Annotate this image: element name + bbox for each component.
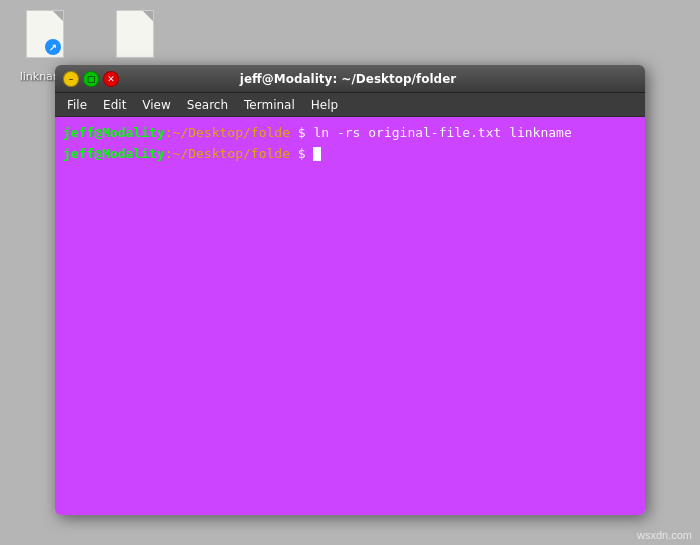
cursor [313, 147, 321, 161]
menu-file[interactable]: File [59, 96, 95, 114]
menu-search[interactable]: Search [179, 96, 236, 114]
original-file-icon-image [111, 10, 159, 66]
terminal-title: jeff@Modality: ~/Desktop/folder [119, 72, 577, 86]
terminal-window: – □ ✕ jeff@Modality: ~/Desktop/folder Fi… [55, 65, 645, 515]
terminal-menu-bar: File Edit View Search Terminal Help [55, 93, 645, 117]
prompt-user-1: jeff@Modality [63, 123, 165, 144]
desktop: ↗ linkname original-file.txt – □ ✕ jeff@… [0, 0, 700, 545]
window-controls: – □ ✕ [63, 71, 119, 87]
cmd-1: $ ln -rs original-file.txt linkname [290, 123, 572, 144]
close-button[interactable]: ✕ [103, 71, 119, 87]
minimize-button[interactable]: – [63, 71, 79, 87]
terminal-title-bar: – □ ✕ jeff@Modality: ~/Desktop/folder [55, 65, 645, 93]
menu-view[interactable]: View [134, 96, 178, 114]
prompt-path-2: :~/Desktop/folde [165, 144, 290, 165]
prompt-path-1: :~/Desktop/folde [165, 123, 290, 144]
linkname-icon-image: ↗ [21, 10, 69, 66]
terminal-content[interactable]: jeff@Modality:~/Desktop/folde $ ln -rs o… [55, 117, 645, 515]
menu-help[interactable]: Help [303, 96, 346, 114]
maximize-button[interactable]: □ [83, 71, 99, 87]
watermark: wsxdn.com [637, 529, 692, 541]
linkname-file-body: ↗ [26, 10, 64, 58]
symlink-overlay: ↗ [45, 39, 61, 55]
menu-edit[interactable]: Edit [95, 96, 134, 114]
terminal-line-2: jeff@Modality:~/Desktop/folde $ [63, 144, 637, 165]
original-file-body [116, 10, 154, 58]
cmd-2: $ [290, 144, 313, 165]
menu-terminal[interactable]: Terminal [236, 96, 303, 114]
terminal-line-1: jeff@Modality:~/Desktop/folde $ ln -rs o… [63, 123, 637, 144]
prompt-user-2: jeff@Modality [63, 144, 165, 165]
